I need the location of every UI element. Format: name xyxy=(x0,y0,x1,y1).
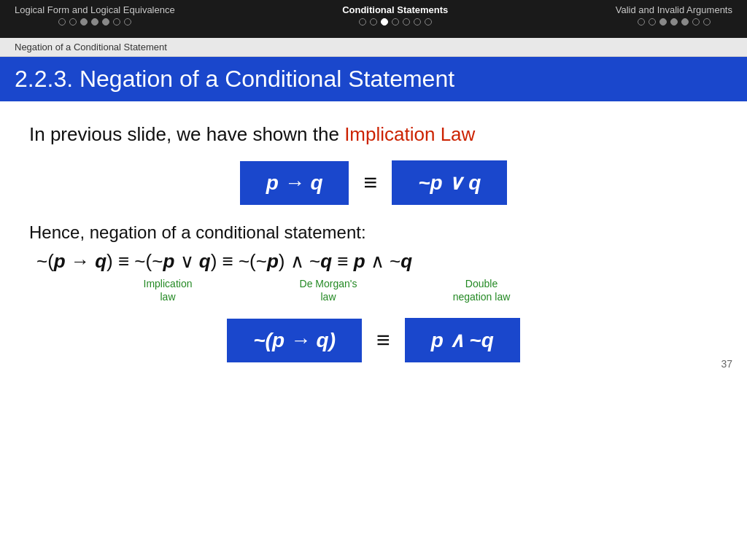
top-navigation: Logical Form and Logical Equivalence Con… xyxy=(0,0,747,38)
formula-box-right-1: ~p ∨ q xyxy=(392,160,507,205)
dot xyxy=(703,18,711,26)
nav-section-valid-invalid: Valid and Invalid Arguments xyxy=(616,4,732,26)
dot xyxy=(659,18,667,26)
nav-section-conditional: Conditional Statements xyxy=(342,4,448,26)
double-negation-law-label: Doublenegation law xyxy=(423,277,540,303)
dot xyxy=(670,18,678,26)
nav-dots-2 xyxy=(359,18,432,26)
dot xyxy=(425,18,432,26)
implication-law-highlight: Implication Law xyxy=(344,123,475,145)
derivation-text: ~(p → q) ≡ ~(~p ∨ q) ≡ ~(~p) ∧ ~q ≡ p ∧ … xyxy=(36,250,412,272)
dot xyxy=(403,18,410,26)
dot xyxy=(113,18,120,26)
dot xyxy=(649,18,656,26)
dot xyxy=(414,18,421,26)
formula-left-2-text: ~(p → q) xyxy=(253,329,336,351)
formula-box-left-1: p → q xyxy=(240,161,349,205)
equiv-symbol-2: ≡ xyxy=(376,327,390,354)
intro-text: In previous slide, we have shown the xyxy=(29,123,344,145)
dot xyxy=(80,18,88,26)
double-negation-law-text: Doublenegation law xyxy=(453,278,511,303)
dot xyxy=(91,18,98,26)
implication-law-label: Implicationlaw xyxy=(109,277,226,303)
dot xyxy=(681,18,689,26)
nav-title-logical-form: Logical Form and Logical Equivalence xyxy=(15,4,175,15)
dot xyxy=(58,18,66,26)
formula-row-1: p → q ≡ ~p ∨ q xyxy=(29,160,718,205)
formula-box-left-2: ~(p → q) xyxy=(227,319,362,362)
nav-dots-1 xyxy=(58,18,131,26)
page-title: 2.2.3. Negation of a Conditional Stateme… xyxy=(15,66,732,93)
demorgan-law-text: De Morgan'slaw xyxy=(300,278,357,303)
nav-title-conditional: Conditional Statements xyxy=(342,4,448,15)
dot-active xyxy=(381,18,388,26)
hence-line: Hence, negation of a conditional stateme… xyxy=(29,222,718,243)
nav-title-valid-invalid: Valid and Invalid Arguments xyxy=(616,4,732,15)
main-content: In previous slide, we have shown the Imp… xyxy=(0,101,747,377)
dot xyxy=(692,18,700,26)
equiv-symbol-1: ≡ xyxy=(363,169,377,196)
formula-left-1-text: p → q xyxy=(266,171,323,194)
implication-law-text: Implicationlaw xyxy=(144,278,193,303)
labels-row: Implicationlaw De Morgan'slaw Doublenega… xyxy=(36,277,718,303)
demorgan-law-label: De Morgan'slaw xyxy=(270,277,387,303)
derivation-line: ~(p → q) ≡ ~(~p ∨ q) ≡ ~(~p) ∧ ~q ≡ p ∧ … xyxy=(36,250,718,273)
hence-text: Hence, negation of a conditional stateme… xyxy=(29,222,366,242)
nav-dots-3 xyxy=(638,18,711,26)
breadcrumb: Negation of a Conditional Statement xyxy=(0,38,747,57)
title-bar: 2.2.3. Negation of a Conditional Stateme… xyxy=(0,57,747,101)
formula-row-2: ~(p → q) ≡ p ∧ ~q xyxy=(29,318,718,362)
breadcrumb-text: Negation of a Conditional Statement xyxy=(15,42,167,52)
page-number-text: 37 xyxy=(721,358,732,370)
dot xyxy=(638,18,645,26)
dot xyxy=(69,18,77,26)
dot xyxy=(392,18,399,26)
page-number: 37 xyxy=(721,358,732,370)
dot xyxy=(359,18,366,26)
formula-right-2-text: p ∧ ~q xyxy=(431,329,494,351)
nav-section-logical-form: Logical Form and Logical Equivalence xyxy=(15,4,175,26)
dot xyxy=(370,18,377,26)
formula-box-right-2: p ∧ ~q xyxy=(405,318,520,362)
formula-right-1-text: ~p ∨ q xyxy=(418,171,481,194)
dot xyxy=(124,18,131,26)
intro-line: In previous slide, we have shown the Imp… xyxy=(29,123,718,146)
dot xyxy=(102,18,109,26)
